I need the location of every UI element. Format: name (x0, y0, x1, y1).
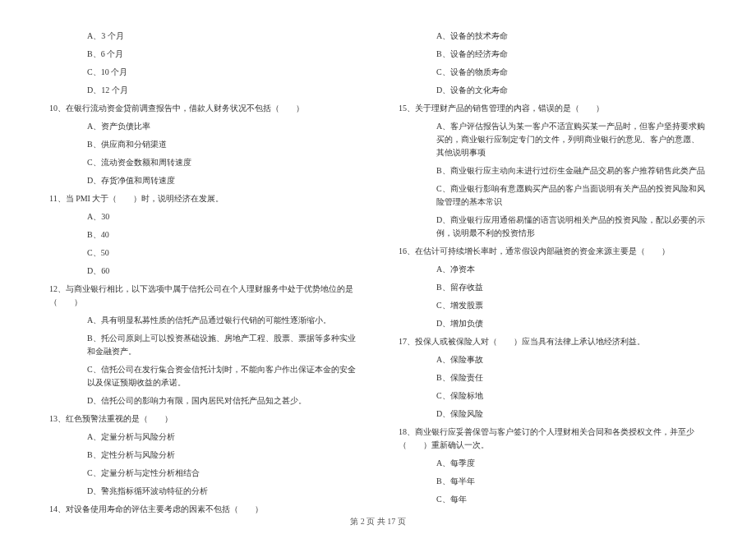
q15-stem: 15、关于理财产品的销售管理的内容，错误的是（ ） (399, 102, 707, 115)
page-container: A、3 个月 B、6 个月 C、10 个月 D、12 个月 10、在银行流动资金… (0, 0, 756, 534)
q12-option-a: A、具有明显私募性质的信托产品通过银行代销的可能性逐渐缩小。 (49, 314, 357, 327)
q10-stem: 10、在银行流动资金贷前调查报告中，借款人财务状况不包括（ ） (49, 102, 357, 115)
q13-option-d: D、警兆指标循环波动特征的分析 (49, 485, 357, 498)
q17-stem: 17、投保人或被保险人对（ ）应当具有法律上承认地经济利益。 (399, 335, 707, 348)
left-column: A、3 个月 B、6 个月 C、10 个月 D、12 个月 10、在银行流动资金… (33, 25, 378, 518)
q11-option-d: D、60 (49, 265, 357, 278)
q9-option-c: C、10 个月 (49, 66, 357, 79)
q12-option-c: C、信托公司在发行集合资金信托计划时，不能向客户作出保证本金的安全以及保证预期收… (49, 363, 357, 389)
q18-option-b: B、每半年 (399, 475, 707, 488)
q10-option-b: B、供应商和分销渠道 (49, 138, 357, 151)
q17-option-b: B、保险责任 (399, 371, 707, 384)
q12-option-b: B、托公司原则上可以投资基础设施、房地产工程、股票、票据等多种实业和金融资产。 (49, 332, 357, 358)
q11-option-b: B、40 (49, 228, 357, 242)
q10-option-c: C、流动资金数额和周转速度 (49, 156, 357, 169)
q11-option-a: A、30 (49, 210, 357, 223)
q14-option-a: A、设备的技术寿命 (399, 30, 707, 43)
q13-option-a: A、定量分析与风险分析 (49, 430, 357, 444)
q14-stem: 14、对设备使用寿命的评估主要考虑的因素不包括（ ） (49, 503, 357, 516)
q10-option-a: A、资产负债比率 (49, 120, 357, 133)
q17-option-d: D、保险风险 (399, 407, 707, 421)
q14-option-b: B、设备的经济寿命 (399, 48, 707, 61)
q9-option-d: D、12 个月 (49, 84, 357, 97)
q15-option-d-text: D、商业银行应用通俗易懂的语言说明相关产品的投资风险，配以必要的示例，说明最不利… (436, 215, 705, 237)
q10-option-d: D、存货净值和周转速度 (49, 174, 357, 187)
q13-option-c: C、定量分析与定性分析相结合 (49, 467, 357, 480)
q15-option-d: D、商业银行应用通俗易懂的语言说明相关产品的投资风险，配以必要的示例，说明最不利… (399, 214, 707, 240)
q14-option-d: D、设备的文化寿命 (399, 84, 707, 97)
q12-option-c-text: C、信托公司在发行集合资金信托计划时，不能向客户作出保证本金的安全以及保证预期收… (87, 365, 356, 387)
q13-option-b: B、定性分析与风险分析 (49, 449, 357, 462)
q9-option-a: A、3 个月 (49, 30, 357, 43)
q12-option-d: D、信托公司的影响力有限，国内居民对信托产品知之甚少。 (49, 394, 357, 407)
right-column: A、设备的技术寿命 B、设备的经济寿命 C、设备的物质寿命 D、设备的文化寿命 … (378, 25, 723, 518)
q9-option-b: B、6 个月 (49, 48, 357, 61)
q16-stem: 16、在估计可持续增长率时，通常假设内部融资的资金来源主要是（ ） (399, 245, 707, 258)
q15-option-b: B、商业银行应主动向未进行过衍生金融产品交易的客户推荐销售此类产品 (399, 164, 707, 177)
q16-option-b: B、留存收益 (399, 281, 707, 294)
q12-stem: 12、与商业银行相比，以下选项中属于信托公司在个人理财服务中处于优势地位的是（ … (49, 283, 357, 309)
q16-option-c: C、增发股票 (399, 299, 707, 312)
q17-option-a: A、保险事故 (399, 353, 707, 366)
q16-option-d: D、增加负债 (399, 317, 707, 330)
q11-option-c: C、50 (49, 246, 357, 260)
q15-option-a-text: A、客户评估报告认为某一客户不适宜购买某一产品时，但客户坚持要求购买的，商业银行… (436, 122, 705, 157)
q14-option-c: C、设备的物质寿命 (399, 66, 707, 79)
page-footer: 第 2 页 共 17 页 (0, 516, 756, 527)
q18-option-c: C、每年 (399, 493, 707, 506)
q18-option-a: A、每季度 (399, 457, 707, 470)
q13-stem: 13、红色预警法重视的是（ ） (49, 412, 357, 426)
q11-stem: 11、当 PMI 大于（ ）时，说明经济在发展。 (49, 192, 357, 205)
q15-option-c: C、商业银行影响有意愿购买产品的客户当面说明有关产品的投资风险和风险管理的基本常… (399, 182, 707, 209)
q16-option-a: A、净资本 (399, 263, 707, 276)
q15-option-a: A、客户评估报告认为某一客户不适宜购买某一产品时，但客户坚持要求购买的，商业银行… (399, 120, 707, 159)
q17-option-c: C、保险标地 (399, 389, 707, 403)
q18-stem: 18、商业银行应妥善保管与客户签订的个人理财相关合同和各类授权文件，并至少（ ）… (399, 426, 707, 452)
